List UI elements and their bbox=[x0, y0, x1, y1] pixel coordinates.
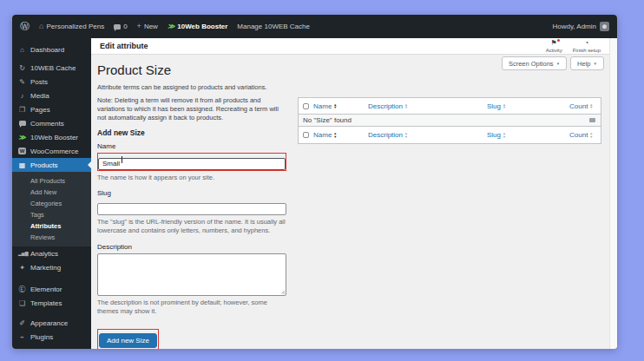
site-name-link[interactable]: ⌂ Personalized Pens bbox=[39, 23, 104, 30]
sidebar-item-plugins[interactable]: ⌁ Plugins bbox=[12, 330, 91, 344]
activity-button[interactable]: ⚑ Activity bbox=[546, 40, 562, 53]
sort-by-description[interactable]: Description▲▼ bbox=[368, 102, 408, 110]
screen-options-button[interactable]: Screen Options ▼ bbox=[502, 56, 567, 70]
sidebar-item-label: 10WEB Cache bbox=[30, 64, 76, 72]
dashboard-icon: ⌂ bbox=[18, 46, 26, 54]
sidebar-item-label: WooCommerce bbox=[30, 148, 78, 155]
home-icon: ⌂ bbox=[39, 23, 43, 30]
plus-icon: + bbox=[137, 23, 141, 30]
sort-arrows-icon: ▲▼ bbox=[404, 132, 408, 138]
sidebar-item-dashboard[interactable]: ⌂ Dashboard bbox=[12, 43, 91, 56]
booster-label: 10Web Booster bbox=[177, 23, 227, 30]
sort-arrows-icon: ▲▼ bbox=[404, 103, 408, 109]
howdy-label: Howdy, Admin bbox=[552, 23, 596, 30]
activity-label: Activity bbox=[546, 48, 562, 53]
avatar: ☻ bbox=[600, 22, 609, 31]
sidebar-item-label: Marketing bbox=[30, 264, 61, 272]
description-help-text: The description is not prominent by defa… bbox=[97, 299, 286, 316]
sidebar-item-label: 10Web Booster bbox=[30, 134, 78, 141]
page-breadcrumb: Edit attribute bbox=[100, 42, 148, 50]
sidebar-item-appearance[interactable]: ✐ Appearance bbox=[12, 316, 91, 330]
slug-help-text: The "slug" is the URL-friendly version o… bbox=[97, 218, 286, 235]
clock-icon: ◔ bbox=[584, 40, 588, 47]
sort-by-slug[interactable]: Slug▲▼ bbox=[487, 102, 506, 110]
main-area: Edit attribute ⚑ Activity ◔ Finish setup bbox=[91, 38, 609, 349]
admin-bar-account[interactable]: Howdy, Admin ☻ bbox=[552, 22, 609, 31]
sort-by-description[interactable]: Description▲▼ bbox=[368, 131, 408, 139]
submenu-item-tags[interactable]: Tags bbox=[12, 209, 91, 220]
empty-row: No "Size" found bbox=[299, 115, 601, 127]
sidebar-item-10web-cache[interactable]: ↻ 10WEB Cache bbox=[12, 61, 91, 75]
booster-menu[interactable]: ≫ 10Web Booster bbox=[168, 23, 227, 30]
marketing-icon: ✦ bbox=[18, 264, 26, 272]
products-submenu: All Products Add New Categories Tags Att… bbox=[12, 172, 91, 246]
wordpress-menu[interactable]: Ⓦ bbox=[20, 20, 30, 33]
sidebar-item-woocommerce[interactable]: W WooCommerce bbox=[12, 144, 91, 158]
sidebar-item-comments[interactable]: Comments bbox=[12, 116, 91, 130]
plugins-icon: ⌁ bbox=[18, 333, 26, 341]
sort-by-name[interactable]: Name▲▼ bbox=[313, 131, 337, 139]
admin-sidebar: ⌂ Dashboard ↻ 10WEB Cache ✎ Posts ♪ Medi… bbox=[12, 38, 91, 349]
admin-bar-left: Ⓦ ⌂ Personalized Pens 0 + New ≫ 10Web Bo… bbox=[20, 20, 552, 33]
finish-setup-button[interactable]: ◔ Finish setup bbox=[573, 40, 601, 53]
products-icon: ▦ bbox=[18, 161, 26, 169]
submenu-item-all-products[interactable]: All Products bbox=[12, 175, 91, 187]
wordpress-logo-icon: Ⓦ bbox=[20, 20, 30, 33]
sidebar-item-users[interactable]: ☻ Users bbox=[12, 344, 91, 349]
help-button[interactable]: Help ▼ bbox=[570, 56, 604, 70]
annotation-box-name bbox=[97, 153, 286, 171]
sidebar-item-media[interactable]: ♪ Media bbox=[12, 89, 91, 102]
empty-message: No "Size" found bbox=[299, 116, 352, 124]
sidebar-item-label: Products bbox=[30, 161, 58, 169]
slug-input[interactable] bbox=[97, 203, 286, 215]
finish-setup-label: Finish setup bbox=[573, 48, 601, 53]
description-textarea[interactable] bbox=[97, 253, 286, 296]
name-input[interactable] bbox=[98, 158, 286, 170]
submenu-item-add-new[interactable]: Add New bbox=[12, 187, 91, 198]
sidebar-item-elementor[interactable]: Ⓔ Elementor bbox=[12, 282, 91, 296]
submenu-item-reviews[interactable]: Reviews bbox=[12, 232, 91, 243]
sidebar-item-pages[interactable]: ❐ Pages bbox=[12, 102, 91, 116]
comments-count: 0 bbox=[123, 23, 127, 30]
slug-label: Slug bbox=[97, 189, 286, 197]
comments-bubble-icon bbox=[114, 24, 121, 30]
sort-by-slug[interactable]: Slug▲▼ bbox=[487, 131, 506, 139]
sidebar-item-marketing[interactable]: ✦ Marketing bbox=[12, 260, 91, 274]
submenu-item-categories[interactable]: Categories bbox=[12, 198, 91, 209]
comments-shortcut[interactable]: 0 bbox=[114, 23, 127, 30]
sort-by-count[interactable]: Count▲▼ bbox=[569, 102, 593, 110]
sidebar-item-products[interactable]: ▦ Products bbox=[12, 158, 91, 172]
activity-flag-icon: ⚑ bbox=[551, 40, 557, 47]
submenu-item-attributes[interactable]: Attributes bbox=[12, 220, 91, 232]
analytics-icon: ▂▅▇ bbox=[18, 250, 26, 258]
notification-dot bbox=[557, 39, 560, 42]
scrollbar[interactable] bbox=[609, 38, 617, 349]
sidebar-item-10web-booster[interactable]: ≫ 10Web Booster bbox=[12, 130, 91, 144]
row-marker-icon bbox=[589, 118, 595, 122]
select-all-checkbox[interactable] bbox=[303, 103, 309, 109]
sidebar-item-posts[interactable]: ✎ Posts bbox=[12, 75, 91, 89]
new-content-menu[interactable]: + New bbox=[137, 23, 158, 30]
chevron-down-icon: ▼ bbox=[556, 62, 560, 66]
sidebar-item-label: Posts bbox=[30, 78, 48, 86]
new-label: New bbox=[144, 23, 158, 30]
text-cursor bbox=[122, 156, 122, 163]
media-icon: ♪ bbox=[18, 92, 26, 100]
sidebar-item-label: Templates bbox=[30, 299, 62, 307]
add-new-size-button[interactable]: Add new Size bbox=[99, 333, 157, 348]
sidebar-item-templates[interactable]: ❏ Templates bbox=[12, 296, 91, 310]
elementor-icon: Ⓔ bbox=[18, 286, 26, 293]
sort-arrows-icon: ▲▼ bbox=[589, 103, 593, 109]
note-text: Note: Deleting a term will remove it fro… bbox=[97, 96, 286, 122]
manage-cache-link[interactable]: Manage 10WEB Cache bbox=[237, 23, 310, 30]
select-all-checkbox[interactable] bbox=[303, 132, 309, 138]
sidebar-item-analytics[interactable]: ▂▅▇ Analytics bbox=[12, 246, 91, 260]
woocommerce-header: Edit attribute ⚑ Activity ◔ Finish setup bbox=[91, 38, 609, 55]
woocommerce-icon: W bbox=[18, 148, 26, 154]
description-wrap bbox=[97, 253, 286, 296]
add-new-heading: Add new Size bbox=[97, 128, 286, 137]
booster-icon: ≫ bbox=[18, 134, 26, 141]
sort-by-name[interactable]: Name▲▼ bbox=[313, 102, 337, 110]
sort-by-count[interactable]: Count▲▼ bbox=[569, 131, 593, 139]
sort-arrows-icon: ▲▼ bbox=[333, 132, 337, 138]
